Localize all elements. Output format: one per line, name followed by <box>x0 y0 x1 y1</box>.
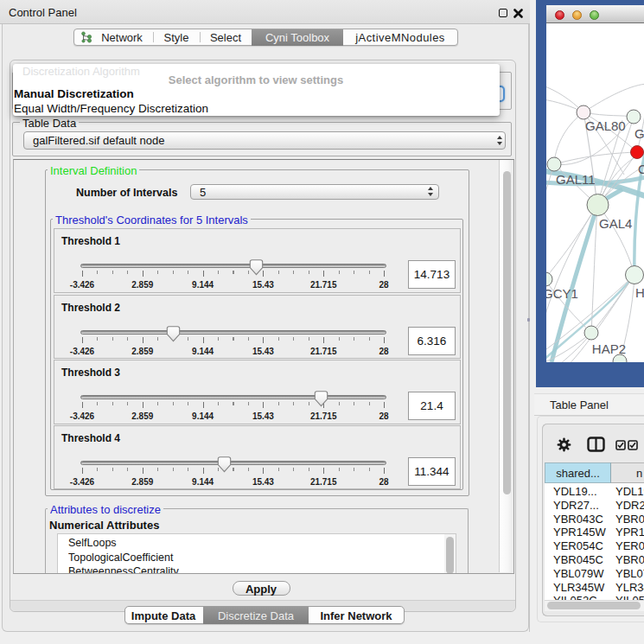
svg-text:GAL4: GAL4 <box>599 216 632 231</box>
svg-text:GA: GA <box>634 126 644 141</box>
svg-text:GAL80: GAL80 <box>585 118 626 133</box>
svg-text:GAL11: GAL11 <box>556 172 596 187</box>
svg-text:HAP2: HAP2 <box>592 341 626 356</box>
svg-text:CD: CD <box>638 162 644 176</box>
svg-text:HA: HA <box>635 285 644 300</box>
svg-text:GCY1: GCY1 <box>546 286 578 301</box>
